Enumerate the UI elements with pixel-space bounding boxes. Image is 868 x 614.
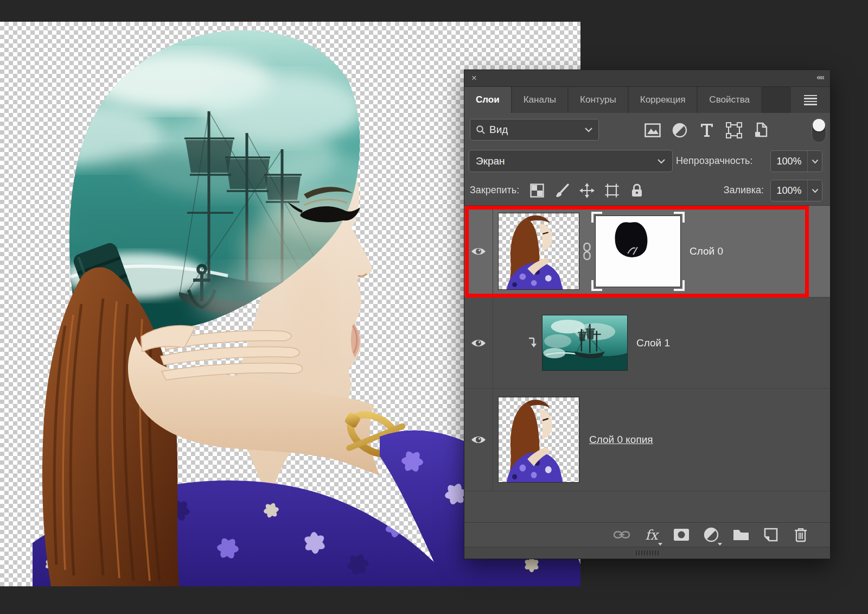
layer-name[interactable]: Слой 0 (690, 245, 723, 257)
toggle-knob (813, 119, 825, 131)
link-icon (613, 530, 630, 540)
grip-dots-icon (636, 550, 659, 555)
trash-icon (794, 527, 808, 542)
fill-field[interactable]: 100% (770, 180, 822, 201)
tab-layers[interactable]: Слои (464, 87, 511, 113)
tab-paths[interactable]: Контуры (569, 87, 628, 113)
layer-row-sloy-0-copy[interactable]: Слой 0 копия (464, 389, 830, 491)
eye-icon (471, 338, 486, 349)
filter-type-label: Вид (489, 124, 584, 136)
layer-mask-thumbnail[interactable] (595, 216, 681, 287)
lock-position-move-icon[interactable] (578, 182, 596, 199)
clipping-mask-arrow-icon (527, 337, 538, 350)
filter-kind-icons (643, 121, 770, 139)
tab-channels[interactable]: Каналы (512, 87, 567, 113)
layer-row-sloy-0[interactable]: Слой 0 (464, 206, 830, 297)
eye-icon (471, 246, 486, 257)
visibility-toggle[interactable] (464, 206, 493, 297)
filter-smart-objects-icon[interactable] (752, 121, 770, 139)
layer-thumbnail-sea-ship[interactable] (542, 315, 628, 371)
layer-mask-icon (673, 528, 690, 541)
chevron-down-icon (584, 127, 593, 132)
panel-titlebar[interactable]: × «« (464, 70, 830, 87)
mask-link-icon[interactable] (581, 242, 593, 261)
layer-style-button[interactable]: fx (643, 526, 660, 543)
lock-icons (528, 182, 646, 199)
tab-adjustments[interactable]: Коррекция (629, 87, 697, 113)
folder-icon (733, 528, 749, 541)
filter-shape-layers-icon[interactable] (725, 121, 743, 139)
chevron-down-icon (812, 159, 819, 164)
link-layers-button[interactable] (613, 526, 630, 543)
blend-row: Экран Непрозрачность: 100% (464, 148, 830, 176)
opacity-dropdown-button[interactable] (807, 151, 822, 172)
flyout-arrow (658, 543, 662, 546)
fill-value: 100% (771, 185, 807, 197)
layer-name[interactable]: Слой 1 (636, 337, 670, 349)
panel-footer: fx (464, 522, 830, 547)
blend-mode-select[interactable]: Экран (469, 150, 673, 172)
panel-menu-icon (804, 93, 817, 107)
fill-label: Заливка: (724, 185, 764, 196)
search-icon (476, 125, 486, 135)
lock-transparency-icon[interactable] (528, 182, 546, 199)
panel-tabs: Слои Каналы Контуры Коррекция Свойства (464, 87, 830, 113)
layer-filter-toggle[interactable] (812, 118, 826, 143)
opacity-field[interactable]: 100% (770, 150, 822, 172)
opacity-label: Непрозрачность: (676, 155, 752, 167)
lock-label: Закрепить: (470, 185, 519, 196)
collapse-panel-icon[interactable]: «« (816, 72, 824, 81)
visibility-toggle[interactable] (464, 297, 493, 388)
blend-mode-value: Экран (476, 155, 505, 167)
mask-selected-corner (591, 212, 602, 223)
lock-pixels-brush-icon[interactable] (553, 182, 571, 199)
lock-all-padlock-icon[interactable] (628, 182, 646, 199)
layer-thumbnail-woman[interactable] (498, 397, 579, 483)
visibility-toggle[interactable] (464, 389, 493, 491)
layer-thumbnail-woman[interactable] (498, 213, 579, 290)
close-icon[interactable]: × (470, 74, 478, 83)
delete-layer-button[interactable] (792, 526, 809, 543)
chevron-down-icon (812, 188, 819, 193)
layer-list: Слой 0 (464, 206, 830, 491)
new-group-button[interactable] (732, 526, 750, 543)
adjustment-circle-icon (704, 527, 719, 542)
filter-type-select[interactable]: Вид (470, 119, 599, 141)
lock-artboard-icon[interactable] (603, 182, 621, 199)
filter-pixel-layers-icon[interactable] (643, 121, 661, 139)
panel-resize-grip[interactable] (464, 547, 830, 559)
tab-properties[interactable]: Свойства (698, 87, 761, 113)
lock-row: Закрепить: (464, 176, 830, 206)
mask-selected-corner (591, 280, 602, 291)
layer-row-sloy-1[interactable]: Слой 1 (464, 297, 830, 389)
eye-icon (471, 434, 486, 445)
fill-dropdown-button[interactable] (807, 180, 822, 201)
panel-menu-button[interactable] (791, 87, 830, 113)
new-layer-icon (764, 528, 778, 542)
layer-list-empty-area[interactable] (464, 491, 830, 522)
new-layer-button[interactable] (762, 526, 780, 543)
opacity-value: 100% (771, 156, 807, 167)
mask-selected-corner (674, 212, 685, 223)
filter-adjustment-layers-icon[interactable] (671, 121, 688, 139)
flyout-arrow (718, 543, 722, 546)
add-layer-mask-button[interactable] (673, 526, 690, 543)
filter-type-layers-icon[interactable] (698, 121, 716, 139)
layer-filter-row: Вид (464, 113, 830, 148)
layers-panel: × «« Слои Каналы Контуры Коррекция Свойс… (464, 69, 831, 559)
layer-name[interactable]: Слой 0 копия (589, 434, 653, 446)
fx-icon: fx (645, 527, 658, 543)
tab-spacer (762, 87, 791, 113)
new-adjustment-layer-button[interactable] (703, 526, 720, 543)
chevron-down-icon (657, 159, 666, 164)
mask-selected-corner (674, 280, 685, 291)
